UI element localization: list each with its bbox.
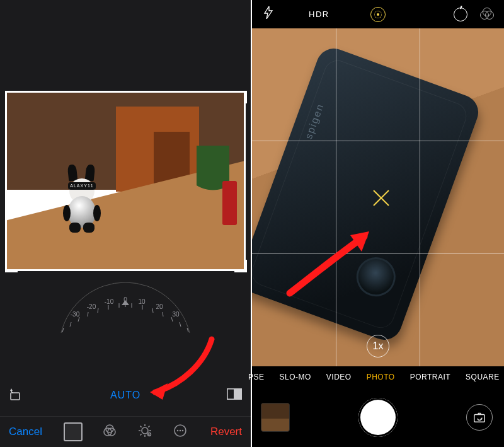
live-photo-button[interactable] — [370, 7, 386, 22]
filters-tool-button[interactable] — [101, 422, 118, 439]
revert-button[interactable]: Revert — [202, 426, 251, 438]
mode-option[interactable]: SQUARE — [466, 373, 500, 381]
photo-subject-toy: ALAXY11 — [57, 161, 107, 243]
straighten-dial[interactable]: -30 -20 -10 0 10 20 30 — [50, 271, 201, 347]
filters-button[interactable] — [480, 8, 494, 21]
dial-tick: 20 — [156, 303, 163, 310]
svg-line-1 — [70, 322, 71, 327]
svg-rect-35 — [474, 414, 485, 422]
camera-screen: HDR spigen 1x PSE SLO-MO VIDEO P — [252, 0, 504, 447]
svg-rect-15 — [11, 393, 20, 400]
svg-line-10 — [152, 308, 153, 313]
dial-tick: -10 — [105, 298, 114, 305]
svg-line-2 — [78, 317, 79, 322]
zoom-button[interactable]: 1x — [367, 335, 389, 357]
crop-handle-tl[interactable] — [5, 91, 18, 103]
timer-button[interactable] — [454, 8, 467, 21]
crop-frame[interactable] — [5, 91, 246, 271]
edit-toolbar: Cancel Revert — [0, 416, 251, 447]
svg-line-28 — [140, 434, 142, 435]
rotate-ccw-button[interactable] — [9, 388, 23, 404]
svg-point-32 — [177, 430, 179, 432]
svg-point-21 — [142, 427, 148, 434]
svg-line-27 — [149, 434, 150, 435]
crop-handle-br[interactable] — [234, 260, 247, 272]
svg-point-33 — [180, 430, 181, 432]
mode-option-selected[interactable]: PHOTO — [367, 373, 395, 381]
svg-line-29 — [149, 426, 150, 427]
crop-tool-button[interactable] — [64, 422, 83, 441]
auto-straighten-button[interactable]: AUTO — [110, 390, 140, 401]
svg-line-11 — [163, 312, 163, 316]
viewfinder-subject-phone: spigen — [252, 44, 483, 345]
dial-tick: -20 — [87, 303, 96, 310]
dial-tick: 30 — [172, 311, 180, 318]
photo-preview — [7, 93, 244, 269]
camera-viewfinder[interactable]: spigen 1x — [252, 28, 504, 366]
svg-rect-17 — [234, 389, 241, 399]
svg-line-3 — [88, 312, 88, 316]
mode-option[interactable]: SLO-MO — [280, 373, 311, 381]
crop-handle-bl[interactable] — [5, 260, 18, 272]
more-tool-button[interactable] — [172, 422, 188, 439]
camera-bottom-bar — [252, 388, 504, 447]
switch-camera-button[interactable] — [466, 404, 493, 431]
camera-top-bar: HDR — [252, 0, 504, 28]
dial-pointer-icon — [122, 300, 129, 305]
camera-modes[interactable]: PSE SLO-MO VIDEO PHOTO PORTRAIT SQUARE — [252, 366, 504, 388]
shutter-button[interactable] — [358, 398, 398, 437]
photos-edit-screen: ALAXY11 — [0, 0, 251, 447]
aspect-ratio-button[interactable] — [227, 388, 242, 403]
svg-line-12 — [171, 317, 173, 322]
crop-handle-tr[interactable] — [234, 91, 247, 103]
mode-option[interactable]: PSE — [248, 373, 265, 381]
cancel-button[interactable]: Cancel — [0, 426, 51, 438]
flash-button[interactable] — [263, 6, 273, 22]
dial-tick: -30 — [71, 311, 80, 318]
svg-line-4 — [98, 308, 98, 313]
mode-option[interactable]: VIDEO — [326, 373, 352, 381]
svg-point-34 — [182, 430, 184, 432]
last-photo-thumbnail[interactable] — [261, 403, 290, 432]
phone-camera-lens-icon — [351, 252, 401, 301]
toy-headband-text: ALAXY11 — [68, 182, 96, 190]
hdr-button[interactable]: HDR — [309, 9, 329, 19]
dial-tick: 10 — [138, 298, 146, 305]
phone-brand-text: spigen — [303, 102, 326, 141]
mode-option[interactable]: PORTRAIT — [410, 373, 450, 381]
light-tool-button[interactable] — [137, 422, 153, 439]
svg-line-13 — [180, 322, 181, 327]
svg-line-26 — [140, 426, 142, 427]
